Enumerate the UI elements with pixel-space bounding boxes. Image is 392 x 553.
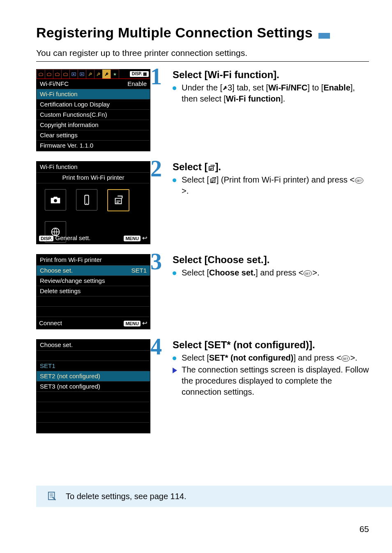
step-heading: Select [SET* (not configured)]. <box>173 339 369 351</box>
menu-row: Certification Logo Display <box>37 99 150 110</box>
rule <box>36 61 369 62</box>
shoot-tab-icon <box>45 69 53 79</box>
page-title: Registering Multiple Connection Settings <box>36 25 313 41</box>
step-bullet: Select [] (Print from Wi-Fi printer) and… <box>173 174 369 197</box>
blank-row <box>37 402 150 412</box>
label: Wi-Fi/NFC <box>40 80 69 88</box>
choose-set-row: Choose set. SET1 <box>37 266 150 276</box>
blank-row <box>37 392 150 402</box>
step-1-text: 1 Select [Wi-Fi function]. Under the [3]… <box>162 69 369 105</box>
step-heading: Select [Wi-Fi function]. <box>173 69 369 81</box>
label: SET1 <box>40 362 55 370</box>
menu-row: Delete settings <box>37 286 150 296</box>
set1-row: SET1 <box>37 361 150 371</box>
shoot-tab-icon <box>53 69 62 79</box>
menu-tag: MENU <box>124 236 140 241</box>
setup-tab-selected-icon <box>102 69 111 79</box>
title-accent <box>318 33 330 39</box>
blank-row <box>37 412 150 423</box>
connect-label: Connect <box>39 319 62 327</box>
pane-title: Wi-Fi function <box>37 162 150 173</box>
set2-row: SET2 (not configured) <box>37 371 150 382</box>
pane-subtitle: Print from Wi-Fi printer <box>37 173 150 183</box>
step-result: The connection settings screen is displa… <box>173 364 369 398</box>
step-number-4: 4 <box>150 335 162 358</box>
smartphone-icon <box>76 189 97 211</box>
shoot-tab-icon <box>37 69 45 79</box>
step-3: Print from Wi-Fi printer Choose set. SET… <box>36 254 369 329</box>
label: Clear settings <box>40 131 78 139</box>
svg-text:SET: SET <box>305 272 311 275</box>
blank-row <box>37 307 150 317</box>
label: Review/change settings <box>40 277 105 285</box>
label: Delete settings <box>40 287 81 295</box>
blank-row <box>37 296 150 307</box>
set3-row: SET3 (not configured) <box>37 382 150 392</box>
menu-row: Firmware Ver. 1.1.0 <box>37 141 150 151</box>
value: Enable <box>127 80 147 88</box>
settings-pane: ★ DISP. ▦ Wi-Fi/NFC Enable Wi-Fi functio… <box>36 69 150 151</box>
menu-row: Copyright information <box>37 120 150 130</box>
set-icon: SET <box>355 177 364 184</box>
setup-tab-icon <box>86 69 95 79</box>
label: Choose set. <box>40 266 73 275</box>
label: Copyright information <box>40 121 99 129</box>
svg-point-2 <box>54 199 57 202</box>
menu-row: Clear settings <box>37 130 150 141</box>
step-number-1: 1 <box>150 65 162 88</box>
choose-set-pane: Choose set. SET1 SET2 (not configured) S… <box>36 339 150 433</box>
step-heading: Select []. <box>173 161 369 173</box>
step-1: ★ DISP. ▦ Wi-Fi/NFC Enable Wi-Fi functio… <box>36 69 369 151</box>
set-icon: SET <box>303 270 312 277</box>
note-box: To delete settings, see page 114. <box>36 486 392 507</box>
disp-tag: DISP. <box>39 236 53 241</box>
intro-text: You can register up to three printer con… <box>36 48 369 58</box>
set-icon: SET <box>341 355 350 362</box>
play-tab-icon <box>78 69 86 79</box>
disp-badge: DISP. ▦ <box>130 71 149 77</box>
step-number-3: 3 <box>150 250 162 273</box>
pane-title: Choose set. <box>37 340 150 351</box>
label: SET2 (not configured) <box>40 372 100 380</box>
svg-point-4 <box>86 203 87 204</box>
step-2-text: 2 Select []. Select [] (Print from Wi-Fi… <box>162 161 369 197</box>
page-number: 65 <box>360 524 369 534</box>
step-number-2: 2 <box>150 157 162 180</box>
step-bullet: Select [SET* (not configured)] and press… <box>173 352 369 363</box>
menu-tag: MENU <box>124 321 140 326</box>
svg-text:SET: SET <box>356 179 362 182</box>
pane-foot: Connect MENU ↩ <box>37 317 150 329</box>
menu-row-wifi-nfc: Wi-Fi/NFC Enable <box>37 79 150 89</box>
label: Wi-Fi function <box>40 90 78 98</box>
play-tab-icon <box>69 69 78 79</box>
value: SET1 <box>131 266 147 275</box>
printer-icon <box>107 189 129 211</box>
foot-text: General sett. <box>55 234 90 241</box>
wifi-function-pane: Wi-Fi function Print from Wi-Fi printer … <box>36 161 150 244</box>
label: Custom Functions(C.Fn) <box>40 111 107 119</box>
step-heading: Select [Choose set.]. <box>173 254 369 266</box>
label: SET3 (not configured) <box>40 382 100 391</box>
svg-text:SET: SET <box>343 357 349 360</box>
step-bullet: Under the [3] tab, set [Wi-Fi/NFC] to [E… <box>173 82 369 104</box>
pane-title: Print from Wi-Fi printer <box>37 255 150 266</box>
blank-row <box>37 423 150 433</box>
print-pane: Print from Wi-Fi printer Choose set. SET… <box>36 254 150 329</box>
label: Certification Logo Display <box>40 100 110 109</box>
label: Firmware Ver. 1.1.0 <box>40 141 93 150</box>
tab-strip: ★ DISP. ▦ <box>37 69 150 79</box>
note-icon <box>48 491 57 501</box>
menu-row: Review/change settings <box>37 276 150 286</box>
shoot-tab-icon <box>61 69 70 79</box>
step-4-text: 4 Select [SET* (not configured)]. Select… <box>162 339 369 398</box>
manual-page: Registering Multiple Connection Settings… <box>0 0 392 553</box>
note-text: To delete settings, see page 114. <box>66 492 187 501</box>
camera-icon <box>45 189 66 211</box>
printer-icon <box>209 175 217 184</box>
menu-row: Custom Functions(C.Fn) <box>37 110 150 120</box>
menu-row-wifi-function: Wi-Fi function <box>37 89 150 99</box>
setup-tab-icon <box>94 69 103 79</box>
mymenu-tab-icon: ★ <box>111 69 119 79</box>
step-2: Wi-Fi function Print from Wi-Fi printer … <box>36 161 369 244</box>
wrench-icon <box>222 83 228 92</box>
